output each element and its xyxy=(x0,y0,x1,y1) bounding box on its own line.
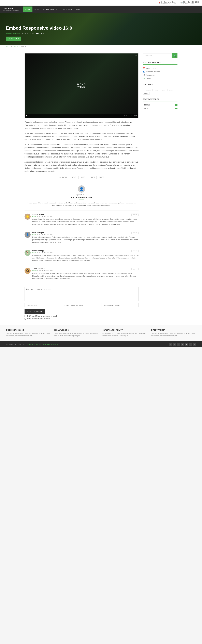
hero-content: Embed Responsive video 16:9 Alexandru Pu… xyxy=(6,26,196,40)
footer-widget-4-title: EXPERT FARMER xyxy=(151,329,196,331)
comment-1-text: Aenean imperdiet ornare urna a maximus. … xyxy=(32,218,139,226)
sidebar-tag-video[interactable]: VIDEO xyxy=(143,92,150,95)
comment-3: 🐕 Faster Snoopy Posted: 11:21 pm March 1… xyxy=(24,250,139,265)
footer-widget-1-title: EXCELLENT SERVICE xyxy=(6,329,51,331)
social-facebook-icon[interactable]: f xyxy=(173,343,176,346)
post-meta-section: POST META DETAILS 📅 March 7, 2017 👤 Alex… xyxy=(143,62,178,80)
comment-4-body: Albert Einstein Posted: 11:32 pm March 1… xyxy=(32,268,139,280)
sidebar-tag-animation[interactable]: ANIMATION xyxy=(143,89,153,91)
comment-website-input[interactable] xyxy=(101,303,139,307)
location-icon: 📍 xyxy=(158,2,161,4)
tag-bird[interactable]: BIRD xyxy=(80,176,87,179)
video-time: 0:00 xyxy=(124,115,127,116)
hero-title: Embed Responsive video 16:9 xyxy=(6,26,196,31)
comment-1-date: Posted: 11:21 pm March 1, 2017 xyxy=(32,216,53,217)
nav-item-other[interactable]: OTHER PAGES xyxy=(41,6,59,12)
nav-link-other[interactable]: OTHER PAGES xyxy=(41,6,59,12)
footer-wordpress-link[interactable]: Powered by WordPress. xyxy=(26,344,41,345)
post-meta-author: 👤 Alexandru Publisher xyxy=(143,70,178,74)
breadcrumb-video: VIDEO xyxy=(21,46,26,48)
breadcrumb-home[interactable]: HOME xyxy=(6,46,10,48)
nav-link-blog[interactable]: BLOG xyxy=(32,6,41,12)
footer-widget-1: EXCELLENT SERVICE Lorem ipsum dolor sit … xyxy=(6,329,51,337)
footer-copyright: COPYRIGHT BY SOME INC. | Powered by Word… xyxy=(6,344,58,345)
search-box: 🔍 xyxy=(143,53,178,58)
sidebar-tag-beach[interactable]: BEACH xyxy=(153,89,160,91)
video-background: WALKWILD xyxy=(25,54,138,118)
post-categories-title: POST CATEGORIES xyxy=(143,98,178,102)
tag-video[interactable]: VIDEO xyxy=(98,176,106,179)
comment-2-avatar: 👤 xyxy=(24,232,31,238)
notify-followup-checkbox[interactable] xyxy=(24,315,26,317)
notify-followup-row: Notify me of follow-up comments by email… xyxy=(24,315,139,317)
hours-sub-text: Sunday - CLOSED xyxy=(183,3,199,4)
nav-item-sign[interactable]: SIGN xyxy=(74,6,83,12)
social-youtube-icon[interactable]: ▶ xyxy=(185,343,188,346)
post-date: March 7, 2017 xyxy=(146,67,156,69)
comment-2-reply[interactable]: REPLY xyxy=(131,232,139,234)
search-button[interactable]: 🔍 xyxy=(172,53,178,58)
nav-link-sign[interactable]: SIGN xyxy=(74,6,83,12)
comment-1-reply[interactable]: REPLY xyxy=(131,214,139,216)
comment-4-avatar-img: 🧔 xyxy=(24,268,31,274)
comments-section: 🙂 Steve Creative Posted: 11:21 pm March … xyxy=(24,214,139,283)
address-sub-text: Cupertino at 95014, USA xyxy=(161,3,176,4)
footer-theme-link[interactable]: Theme by myTheme.co xyxy=(42,344,58,345)
article-para-4: Aenean imperdiet ornare urna a maximus. … xyxy=(24,160,139,173)
breadcrumb-embed[interactable]: EMBED xyxy=(13,46,18,48)
comment-name-input[interactable] xyxy=(24,303,62,307)
comment-email-input[interactable] xyxy=(63,303,100,307)
comment-2-text: Donec vel sodales augue. Pellentesque sc… xyxy=(32,236,139,244)
nav-item-contact[interactable]: CONTACT US xyxy=(59,6,74,12)
search-input[interactable] xyxy=(143,53,172,58)
social-twitter-icon[interactable]: t xyxy=(169,343,172,346)
hero-section: Embed Responsive video 16:9 Alexandru Pu… xyxy=(0,13,202,45)
tag-embed[interactable]: EMBED xyxy=(88,176,97,179)
post-comment-button[interactable]: POST COMMENT xyxy=(24,309,45,314)
sidebar-tag-embed[interactable]: EMBED xyxy=(168,89,175,91)
author-avatar-icon: 👤 xyxy=(79,187,84,191)
nav-link-home[interactable]: HOME xyxy=(23,6,32,12)
notify-posts-row: Notify me of new posts by email. xyxy=(24,318,139,320)
article-para-3: Morbi id eleifend nibh, sed malesuada te… xyxy=(24,143,139,158)
tag-beach[interactable]: BEACH xyxy=(70,176,79,179)
notify-posts-checkbox[interactable] xyxy=(24,318,26,320)
user-icon: 👤 xyxy=(143,71,145,72)
comment-4-reply[interactable]: REPLY xyxy=(131,268,139,270)
notify-followup-label: Notify me of follow-up comments by email… xyxy=(27,315,57,317)
category-embed[interactable]: EMBED 1 xyxy=(143,103,178,107)
video-hd-badge: HD xyxy=(128,115,130,116)
comment-count-icon: 💬 0 xyxy=(36,32,39,34)
categories-button[interactable]: CATEGORIES xyxy=(6,36,21,40)
video-progress[interactable] xyxy=(28,116,123,116)
comment-1-avatar-img: 🙂 xyxy=(24,214,31,220)
author-box: 👤 http://mytheme.co Alexandru Publisher … xyxy=(24,182,139,211)
nav-item-home[interactable]: HOME xyxy=(23,6,32,12)
comment-textarea[interactable] xyxy=(24,287,139,301)
comment-3-body: Faster Snoopy Posted: 11:21 pm March 1, … xyxy=(32,250,139,262)
address-info: 📍 3 Infinite Loop Street Cupertino at 95… xyxy=(158,1,176,4)
tag-animation[interactable]: ANIMATION xyxy=(57,176,69,179)
author-site[interactable]: http://mytheme.co xyxy=(27,194,136,196)
post-tags-title: POST TAGS xyxy=(143,84,178,87)
comment-3-reply[interactable]: REPLY xyxy=(131,250,139,252)
social-linkedin-icon[interactable]: in xyxy=(181,343,184,346)
social-email-icon[interactable]: ✉ xyxy=(193,343,196,346)
footer-widget-1-text: Lorem ipsum dolor sit amet, consectetur … xyxy=(6,332,51,337)
nav-item-blog[interactable]: BLOG xyxy=(32,6,41,12)
play-button[interactable]: ▶ xyxy=(26,115,27,117)
social-google-icon[interactable]: g+ xyxy=(177,343,180,346)
video-controls: ▶ 0:00 HD :: vimeo xyxy=(25,114,138,118)
vimeo-logo: vimeo xyxy=(133,115,137,116)
breadcrumb-sep1: / xyxy=(11,46,12,48)
social-rss-icon[interactable]: ☰ xyxy=(189,343,192,346)
footer-widgets: EXCELLENT SERVICE Lorem ipsum dolor sit … xyxy=(0,325,202,341)
video-player[interactable]: WALKWILD ♡ ▶ 0:00 HD :: vimeo xyxy=(24,53,139,118)
video-inner: WALKWILD ♡ xyxy=(25,54,138,118)
sidebar-tag-bird[interactable]: BIRD xyxy=(161,89,167,91)
hero-date: MARCH 7, 2017 xyxy=(22,33,34,34)
video-heart-icon[interactable]: ♡ xyxy=(135,55,137,57)
nav-link-contact[interactable]: CONTACT US xyxy=(59,6,74,12)
site-brand[interactable]: Gardener your green solutions partner xyxy=(3,6,22,13)
category-video[interactable]: VIDEO 1 xyxy=(143,107,178,110)
